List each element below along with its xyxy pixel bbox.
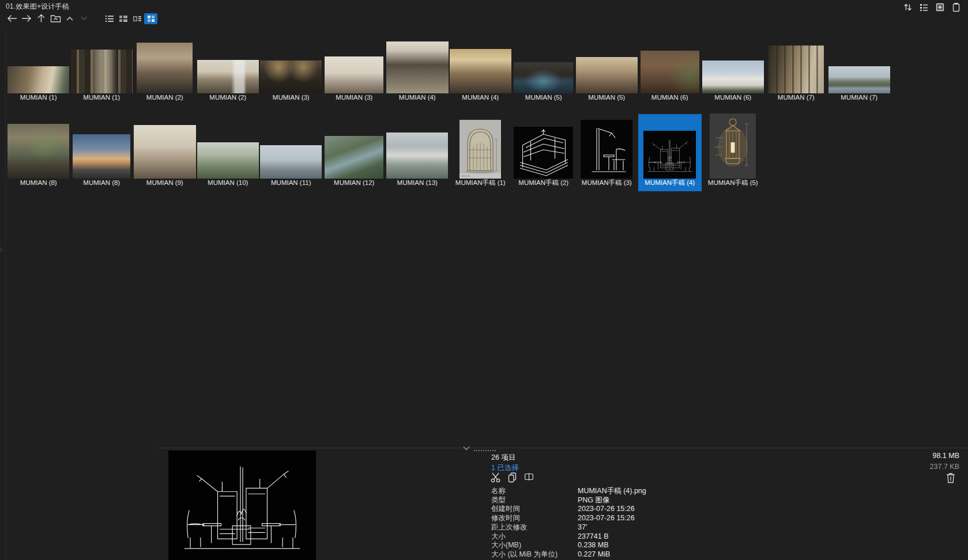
file-name-label: MUMIAN (8) bbox=[83, 179, 120, 188]
chevron-up-icon[interactable] bbox=[63, 13, 76, 24]
file-grid-row-1: MUMIAN (1)MUMIAN (1)MUMIAN (2)MUMIAN (2)… bbox=[7, 35, 891, 103]
back-icon[interactable] bbox=[6, 13, 18, 24]
file-tile[interactable]: MUMIAN (11) bbox=[259, 107, 323, 188]
file-tile[interactable]: MUMIAN (5) bbox=[575, 35, 639, 103]
thumbnail-area bbox=[828, 35, 891, 93]
items-count: 26 项目 bbox=[491, 453, 515, 463]
thumbnail-area bbox=[7, 107, 70, 179]
file-thumbnail bbox=[137, 43, 193, 93]
detail-label: 大小 (以 MiB 为单位) bbox=[491, 550, 578, 559]
detail-label: 类型 bbox=[491, 496, 578, 505]
file-thumbnail bbox=[71, 50, 133, 93]
compare-icon[interactable] bbox=[523, 471, 534, 483]
file-name-label: MUMIAN (6) bbox=[714, 93, 751, 103]
chevron-down-icon[interactable] bbox=[78, 13, 91, 24]
file-tile[interactable]: MUMIAN手稿 (3) bbox=[575, 107, 639, 188]
file-thumbnail bbox=[828, 66, 890, 93]
file-thumbnail bbox=[197, 142, 259, 179]
file-thumbnail bbox=[73, 134, 130, 179]
file-tile[interactable]: MUMIAN (10) bbox=[197, 107, 260, 188]
file-name-label: MUMIAN (7) bbox=[778, 93, 815, 103]
forward-icon[interactable] bbox=[20, 13, 33, 24]
file-tile[interactable]: MUMIAN (2) bbox=[133, 35, 197, 103]
file-name-label: MUMIAN (4) bbox=[462, 93, 499, 103]
file-name-label: MUMIAN (3) bbox=[273, 93, 310, 103]
file-name-label: MUMIAN手稿 (5) bbox=[708, 179, 758, 188]
sketch-preview-drawing bbox=[173, 456, 310, 553]
detail-label: 创建时间 bbox=[491, 505, 578, 514]
file-tile[interactable]: MUMIAN (1) bbox=[70, 35, 134, 103]
thumbnail-area bbox=[323, 107, 386, 179]
thumbnail-area bbox=[449, 35, 513, 93]
thumbnail-area bbox=[133, 35, 197, 93]
file-tile[interactable]: MUMIAN (8) bbox=[70, 107, 134, 188]
file-tile[interactable]: MUMIAN (7) bbox=[828, 35, 891, 103]
file-tile[interactable]: MUMIAN (2) bbox=[197, 35, 260, 103]
add-icon[interactable] bbox=[935, 2, 945, 12]
file-name-label: MUMIAN (9) bbox=[146, 179, 183, 188]
file-tile[interactable]: MUMIAN (4) bbox=[449, 35, 513, 103]
file-name-label: MUMIAN (1) bbox=[83, 93, 120, 103]
view-options-icon[interactable] bbox=[919, 2, 929, 12]
trash-icon[interactable] bbox=[945, 472, 956, 484]
detail-value: 37' bbox=[578, 523, 587, 532]
file-tile[interactable]: MUMIAN (6) bbox=[702, 35, 765, 103]
file-tile[interactable]: MUMIAN (12) bbox=[323, 107, 386, 188]
view-mode-buttons bbox=[103, 13, 157, 24]
detail-label: 大小 bbox=[491, 532, 578, 542]
detail-row: 创建时间2023-07-26 15:26 bbox=[491, 505, 646, 514]
file-name-label: MUMIAN (8) bbox=[20, 179, 57, 188]
file-tile[interactable]: MUMIAN (3) bbox=[323, 35, 386, 103]
file-tile[interactable]: MUMIAN (7) bbox=[764, 35, 828, 103]
file-tile[interactable]: MUMIAN (13) bbox=[386, 107, 449, 188]
paste-icon[interactable] bbox=[951, 2, 961, 12]
thumbnail-area bbox=[386, 107, 449, 179]
file-name-label: MUMIAN (1) bbox=[20, 93, 57, 103]
up-icon[interactable] bbox=[35, 13, 47, 24]
file-thumbnail bbox=[7, 124, 69, 179]
file-tile[interactable]: MUMIAN (5) bbox=[512, 35, 575, 103]
list-view-button[interactable] bbox=[103, 13, 116, 24]
file-tile[interactable]: MUMIAN (9) bbox=[133, 107, 197, 188]
file-name-label: MUMIAN手稿 (2) bbox=[518, 179, 568, 188]
thumbnail-area bbox=[386, 35, 449, 93]
file-thumbnail bbox=[641, 51, 699, 93]
file-tile[interactable]: MUMIAN (1) bbox=[7, 35, 70, 103]
thumbnail-area bbox=[702, 35, 765, 93]
preview-image bbox=[168, 451, 316, 560]
file-name-label: MUMIAN (7) bbox=[841, 93, 877, 103]
file-name-label: MUMIAN (12) bbox=[334, 179, 374, 188]
file-thumbnail bbox=[576, 57, 638, 93]
detail-row: 距上次修改37' bbox=[491, 523, 646, 532]
detail-value: 2023-07-26 15:26 bbox=[578, 514, 635, 523]
file-thumbnail bbox=[514, 62, 573, 93]
thumbnail-area bbox=[70, 35, 134, 93]
details-view-button[interactable] bbox=[130, 13, 144, 24]
file-tile-selected[interactable]: MUMIAN手稿 (4) bbox=[638, 107, 702, 188]
file-tile[interactable]: MUMIAN手稿 (2) bbox=[512, 107, 575, 188]
sort-icon[interactable] bbox=[903, 2, 913, 12]
file-tile[interactable]: MUMIAN (4) bbox=[386, 35, 449, 103]
panel-collapse-chevron-icon[interactable] bbox=[462, 445, 471, 452]
file-tile[interactable]: MUMIAN (8) bbox=[7, 107, 70, 188]
file-thumbnail bbox=[581, 120, 632, 179]
panel-drag-handle[interactable] bbox=[474, 450, 496, 451]
splitter-handle[interactable] bbox=[0, 246, 3, 253]
file-tile[interactable]: MUMIAN手稿 (1) bbox=[449, 107, 513, 188]
content-view-button[interactable] bbox=[116, 13, 130, 24]
left-pane-divider bbox=[5, 27, 6, 560]
file-grid-row-2: MUMIAN (8)MUMIAN (8)MUMIAN (9)MUMIAN (10… bbox=[7, 107, 764, 188]
file-thumbnail bbox=[386, 41, 449, 93]
detail-row: 类型PNG 图像 bbox=[491, 496, 646, 505]
cut-icon[interactable] bbox=[490, 471, 501, 483]
file-tile[interactable]: MUMIAN (3) bbox=[259, 35, 323, 103]
detail-label: 距上次修改 bbox=[491, 523, 578, 532]
copy-icon[interactable] bbox=[507, 471, 518, 483]
thumbnail-area bbox=[638, 107, 702, 179]
parent-folder-icon[interactable] bbox=[49, 13, 62, 24]
grid-view-button[interactable] bbox=[144, 13, 157, 24]
file-tile[interactable]: MUMIAN (6) bbox=[638, 35, 702, 103]
file-tile[interactable]: MUMIAN手稿 (5) bbox=[702, 107, 765, 188]
file-thumbnail bbox=[710, 113, 756, 179]
file-thumbnail bbox=[7, 66, 69, 93]
